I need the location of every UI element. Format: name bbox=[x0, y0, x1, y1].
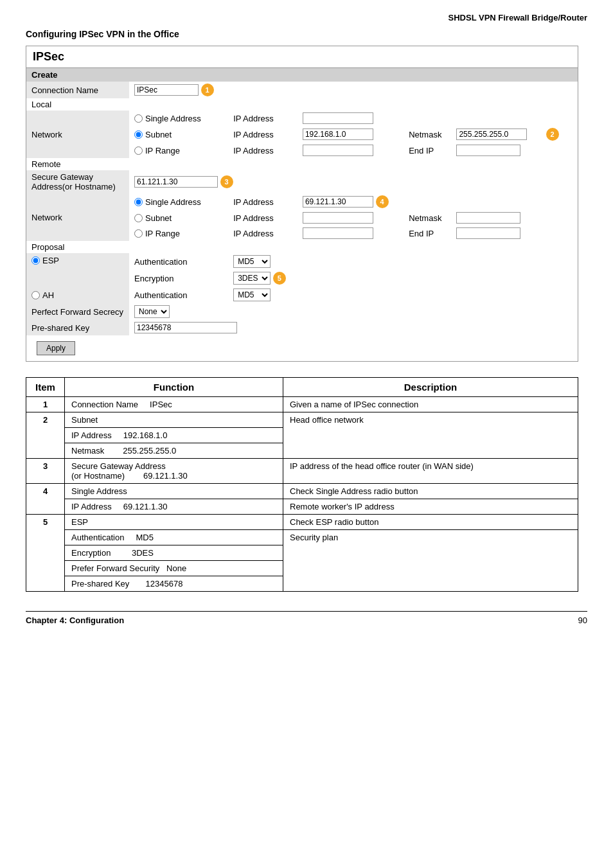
local-iprange-radio-cell: IP Range bbox=[129, 143, 228, 158]
local-endip-input[interactable] bbox=[456, 145, 520, 156]
remote-subnet-radio[interactable] bbox=[134, 214, 143, 222]
local-subnet-radio-cell: Subnet bbox=[129, 126, 228, 143]
table-row: Authentication MD5 Security plan bbox=[26, 530, 578, 545]
pfs-label: Perfect Forward Secrecy bbox=[26, 303, 129, 320]
remote-single-radio-cell: Single Address bbox=[129, 193, 228, 210]
item-2-function-2: IP Address 192.168.1.0 bbox=[65, 428, 283, 443]
local-network-label: Network bbox=[26, 111, 129, 158]
ipsec-panel-title: IPSec bbox=[26, 46, 578, 68]
col-function-header: Function bbox=[65, 378, 283, 397]
esp-auth-select[interactable]: MD5 SHA1 bbox=[233, 255, 271, 268]
item-4-function-2: IP Address 69.121.1.30 bbox=[65, 499, 283, 515]
local-subnet-ip-label: IP Address bbox=[228, 126, 298, 143]
remote-iprange-radio-cell: IP Range bbox=[129, 226, 228, 241]
local-single-address-radio[interactable] bbox=[134, 114, 143, 123]
remote-iprange-radio[interactable] bbox=[134, 229, 143, 238]
remote-netmask-label: Netmask bbox=[404, 210, 451, 226]
local-iprange-radio[interactable] bbox=[134, 146, 143, 155]
item-5-desc-1: Check ESP radio button bbox=[283, 515, 578, 530]
section-create: Create bbox=[26, 68, 578, 82]
table-row: 1 Connection Name IPSec Given a name of … bbox=[26, 397, 578, 412]
local-sa-ip-label: IP Address bbox=[228, 111, 298, 126]
remote-single-label: Single Address bbox=[145, 197, 201, 207]
secure-gateway-label: Secure Gateway Address(or Hostname) bbox=[26, 170, 129, 193]
local-subnet-radio[interactable] bbox=[134, 130, 143, 139]
remote-single-radio[interactable] bbox=[134, 198, 143, 206]
esp-label: ESP bbox=[42, 256, 59, 265]
remote-single-ip-input[interactable] bbox=[303, 196, 373, 208]
remote-subnet-ip-input[interactable] bbox=[303, 212, 373, 224]
ah-label: AH bbox=[42, 290, 54, 300]
item-2-num: 2 bbox=[26, 412, 65, 459]
ipsec-form-table: Create Connection Name 1 Local Network S… bbox=[26, 68, 578, 361]
remote-network-label: Network bbox=[26, 193, 129, 241]
local-single-address-label: Single Address bbox=[145, 114, 201, 123]
item-5-function-4: Prefer Forward Security None bbox=[65, 561, 283, 576]
ah-cell: AH bbox=[26, 287, 129, 303]
page-title: Configuring IPSec VPN in the Office bbox=[26, 29, 587, 39]
remote-range-ip-input[interactable] bbox=[303, 227, 373, 239]
section-proposal: Proposal bbox=[26, 241, 578, 253]
item-5-function-5: Pre-shared Key 12345678 bbox=[65, 576, 283, 592]
psk-input[interactable] bbox=[134, 322, 237, 333]
footer-left: Chapter 4: Configuration bbox=[26, 616, 124, 625]
secure-gateway-input[interactable] bbox=[134, 176, 218, 188]
item-5-desc-2: Security plan bbox=[283, 530, 578, 592]
esp-enc-select[interactable]: 3DES DES AES bbox=[233, 272, 271, 285]
item-5-function-3: Encryption 3DES bbox=[65, 545, 283, 561]
esp-cell: ESP bbox=[26, 253, 129, 287]
pfs-select[interactable]: None DH1 DH2 bbox=[134, 305, 170, 318]
remote-subnet-ip-label: IP Address bbox=[228, 210, 298, 226]
item-4-num: 4 bbox=[26, 484, 65, 515]
item-3-desc: IP address of the head office router (in… bbox=[283, 459, 578, 484]
item-2-function-1: Subnet bbox=[65, 412, 283, 428]
remote-subnet-radio-cell: Subnet bbox=[129, 210, 228, 226]
item-5-function-2: Authentication MD5 bbox=[65, 530, 283, 545]
item-2-function-3: Netmask 255.255.255.0 bbox=[65, 443, 283, 459]
badge-4: 4 bbox=[376, 195, 389, 208]
badge-1: 1 bbox=[201, 84, 214, 96]
table-row: IP Address 69.121.1.30 Remote worker's I… bbox=[26, 499, 578, 515]
item-3-num: 3 bbox=[26, 459, 65, 484]
ipsec-panel: IPSec Create Connection Name 1 Local Net… bbox=[26, 46, 578, 362]
item-4-desc-1: Check Single Address radio button bbox=[283, 484, 578, 499]
badge-3: 3 bbox=[220, 175, 233, 188]
footer-right: 90 bbox=[578, 616, 587, 625]
psk-label: Pre-shared Key bbox=[26, 320, 129, 335]
ah-auth-select[interactable]: MD5 SHA1 bbox=[233, 288, 271, 301]
remote-iprange-label: IP Range bbox=[145, 229, 180, 238]
esp-radio[interactable] bbox=[31, 256, 40, 265]
table-row: 5 ESP Check ESP radio button bbox=[26, 515, 578, 530]
local-range-ip-input[interactable] bbox=[303, 145, 373, 156]
badge-2: 2 bbox=[546, 128, 559, 141]
section-local: Local bbox=[26, 98, 578, 111]
connection-name-input[interactable] bbox=[134, 84, 199, 96]
esp-auth-label: Authentication bbox=[129, 253, 228, 270]
item-5-num: 5 bbox=[26, 515, 65, 592]
item-2-desc: Head office network bbox=[283, 412, 578, 459]
remote-endip-input[interactable] bbox=[456, 227, 520, 239]
table-row: 2 Subnet Head office network bbox=[26, 412, 578, 428]
local-range-ip-label: IP Address bbox=[228, 143, 298, 158]
col-description-header: Description bbox=[283, 378, 578, 397]
connection-name-cell: 1 bbox=[129, 82, 228, 98]
item-1-desc: Given a name of IPSec connection bbox=[283, 397, 578, 412]
local-subnet-ip-input[interactable] bbox=[303, 128, 373, 140]
remote-endip-label: End IP bbox=[404, 226, 451, 241]
remote-subnet-label: Subnet bbox=[145, 213, 172, 223]
local-netmask-input[interactable] bbox=[456, 128, 527, 140]
table-row: 3 Secure Gateway Address(or Hostname) 69… bbox=[26, 459, 578, 484]
local-subnet-label: Subnet bbox=[145, 130, 172, 139]
remote-netmask-input[interactable] bbox=[456, 212, 520, 224]
item-4-desc-2: Remote worker's IP address bbox=[283, 499, 578, 515]
local-single-address-radio-cell: Single Address bbox=[129, 111, 228, 126]
ah-radio[interactable] bbox=[31, 291, 40, 299]
local-endip-label: End IP bbox=[404, 143, 451, 158]
esp-enc-label: Encryption bbox=[129, 270, 228, 287]
item-1-num: 1 bbox=[26, 397, 65, 412]
local-sa-ip-input[interactable] bbox=[303, 112, 373, 124]
header-title: SHDSL VPN Firewall Bridge/Router bbox=[26, 13, 587, 22]
apply-button[interactable]: Apply bbox=[37, 341, 75, 355]
item-4-function-1: Single Address bbox=[65, 484, 283, 499]
footer: Chapter 4: Configuration 90 bbox=[26, 611, 587, 629]
